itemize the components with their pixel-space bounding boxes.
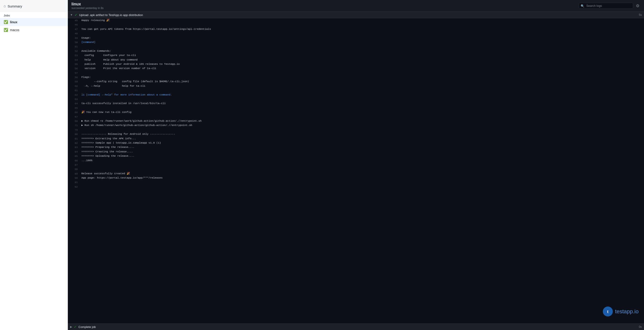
- line-content: ta-cli successfully installed in /usr/lo…: [82, 101, 641, 105]
- log-line: 68▶ Run chmod +x /home/runner/work/githu…: [68, 119, 644, 123]
- line-content: publish Publish your Android & iOS relea…: [82, 62, 641, 66]
- line-content: [82, 106, 641, 110]
- job-subtitle: succeeded yesterday in 8s: [72, 6, 104, 10]
- complete-job-chevron: ▶: [70, 325, 72, 329]
- log-line: 47You can get yoru API tokens from https…: [68, 27, 644, 31]
- line-content: ▶ Run sh /home/runner/work/github-action…: [82, 123, 641, 127]
- log-line: 80---------------- Releasing for Android…: [68, 132, 644, 136]
- line-content: App page: https://portal.testapp.io/app/…: [82, 176, 641, 180]
- line-content: =======> Preparing the release....: [82, 145, 641, 149]
- search-logs-input[interactable]: [579, 3, 633, 9]
- log-line: 85=======> Uploading the release....: [68, 154, 644, 158]
- line-number: 65: [70, 106, 78, 110]
- line-content: ...100%: [82, 159, 641, 163]
- line-number: 68: [70, 119, 78, 123]
- topbar-right: 🔍 ⚙: [579, 2, 640, 9]
- log-line: 79: [68, 128, 644, 132]
- summary-label: Summary: [8, 4, 22, 8]
- line-number: 59: [70, 79, 78, 84]
- watermark-logo: t: [603, 307, 613, 317]
- line-content: Flags:: [82, 75, 641, 79]
- line-number: 79: [70, 128, 78, 132]
- line-number: 55: [70, 62, 78, 66]
- line-content: help Help about any command: [82, 58, 641, 62]
- settings-button[interactable]: ⚙: [635, 2, 640, 9]
- line-number: 83: [70, 145, 78, 150]
- line-content: =======> Creating the release....: [82, 150, 641, 154]
- line-number: 84: [70, 150, 78, 154]
- log-line: 65: [68, 106, 644, 110]
- line-content: Release successfully created 🎉: [82, 171, 641, 175]
- line-content: -h, --help help for ta-cli: [82, 84, 641, 88]
- log-line: 53 config Configure your ta-cli: [68, 53, 644, 58]
- line-content: You can get yoru API tokens from https:/…: [82, 27, 641, 31]
- log-line: 81=======> Extracting the APK info...: [68, 137, 644, 141]
- log-line: 57: [68, 71, 644, 75]
- line-number: 88: [70, 167, 78, 171]
- line-content: 🎉 You can now run ta-cli config: [82, 110, 641, 114]
- log-line: 51: [68, 44, 644, 49]
- line-number: 57: [70, 71, 78, 75]
- sidebar: ⌂ Summary Jobs ✅ linux ✅ macos: [0, 0, 68, 330]
- chevron-down-icon: ▼: [70, 13, 73, 16]
- line-number: 47: [70, 27, 78, 31]
- log-line: 83=======> Preparing the release....: [68, 145, 644, 150]
- linux-job-label: linux: [10, 20, 18, 24]
- log-line: 84=======> Creating the release....: [68, 150, 644, 154]
- line-content: [82, 71, 641, 75]
- line-number: 80: [70, 132, 78, 136]
- search-icon: 🔍: [581, 4, 584, 7]
- line-content: =======> Sample app | testapp.io.samplea…: [82, 141, 641, 145]
- complete-job-duration: 0s: [639, 325, 642, 329]
- sidebar-summary-item[interactable]: ⌂ Summary: [0, 0, 68, 12]
- linux-success-icon: ✅: [4, 20, 8, 24]
- line-number: 62: [70, 93, 78, 97]
- log-line: 82=======> Sample app | testapp.io.sampl…: [68, 141, 644, 145]
- log-line: 61: [68, 88, 644, 93]
- complete-job-row[interactable]: ▶ ✔ Complete job 0s: [68, 324, 644, 330]
- line-number: 49: [70, 36, 78, 40]
- watermark-text: testapp.io: [615, 308, 638, 315]
- job-title-block: linux succeeded yesterday in 8s: [72, 2, 104, 10]
- line-content: [82, 88, 641, 92]
- line-content: li [command] --help" for more informatio…: [82, 93, 641, 97]
- log-line: 67: [68, 115, 644, 119]
- log-body: 45Happy releasing 🎉46 47You can get yoru…: [68, 18, 644, 324]
- log-line: 62li [command] --help" for more informat…: [68, 93, 644, 97]
- sidebar-item-linux[interactable]: ✅ linux: [0, 18, 68, 26]
- line-number: 66: [70, 110, 78, 114]
- line-content: [82, 115, 641, 119]
- log-line: 56 version Print the version number of t…: [68, 66, 644, 71]
- line-number: 92: [70, 185, 78, 189]
- line-content: [82, 44, 641, 48]
- search-input-wrapper: 🔍: [579, 3, 633, 9]
- log-line: 91: [68, 180, 644, 184]
- line-number: 90: [70, 176, 78, 180]
- watermark: t testapp.io: [603, 307, 638, 317]
- watermark-text-part1: testapp: [615, 308, 633, 315]
- line-number: 60: [70, 84, 78, 88]
- line-number: 52: [70, 49, 78, 53]
- line-content: config Configure your ta-cli: [82, 53, 641, 57]
- line-number: 48: [70, 31, 78, 36]
- log-line: 50[command]: [68, 40, 644, 44]
- section-check-icon: ✔: [74, 13, 77, 17]
- log-line: 59 --config string config file (default …: [68, 79, 644, 84]
- line-content: version Print the version number of ta-c…: [82, 66, 641, 70]
- job-title: linux: [72, 2, 104, 6]
- line-number: 67: [70, 115, 78, 119]
- log-line: 58Flags:: [68, 75, 644, 79]
- log-line: 88: [68, 167, 644, 171]
- log-line: 45Happy releasing 🎉: [68, 18, 644, 22]
- log-section-header[interactable]: ▼ ✔ Upload .apk artifact to TestApp.io a…: [68, 12, 644, 18]
- line-number: 58: [70, 75, 78, 79]
- line-number: 81: [70, 137, 78, 141]
- line-content: [82, 22, 641, 27]
- line-content: Usage:: [82, 36, 641, 40]
- sidebar-item-macos[interactable]: ✅ macos: [0, 26, 68, 34]
- log-line: 86...100%: [68, 159, 644, 163]
- line-number: 54: [70, 58, 78, 62]
- log-line: 52Available Commands:: [68, 49, 644, 53]
- log-line: 49Usage:: [68, 36, 644, 40]
- line-number: 64: [70, 101, 78, 106]
